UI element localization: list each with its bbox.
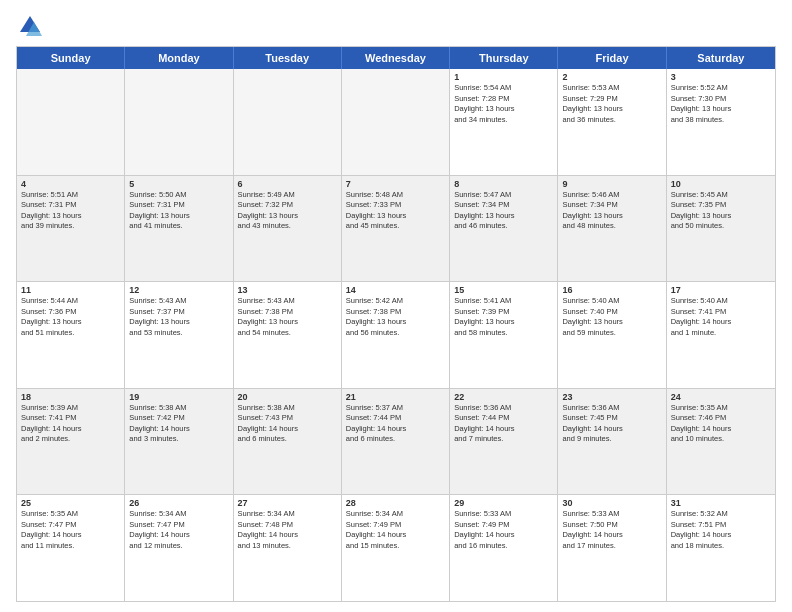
day-number: 15: [454, 285, 553, 295]
day-info: Sunrise: 5:43 AM Sunset: 7:38 PM Dayligh…: [238, 296, 337, 338]
day-number: 29: [454, 498, 553, 508]
logo-icon: [16, 12, 44, 40]
day-info: Sunrise: 5:34 AM Sunset: 7:47 PM Dayligh…: [129, 509, 228, 551]
day-cell-8: 8Sunrise: 5:47 AM Sunset: 7:34 PM Daylig…: [450, 176, 558, 282]
day-cell-6: 6Sunrise: 5:49 AM Sunset: 7:32 PM Daylig…: [234, 176, 342, 282]
day-info: Sunrise: 5:36 AM Sunset: 7:45 PM Dayligh…: [562, 403, 661, 445]
day-number: 5: [129, 179, 228, 189]
header-day-saturday: Saturday: [667, 47, 775, 69]
day-info: Sunrise: 5:45 AM Sunset: 7:35 PM Dayligh…: [671, 190, 771, 232]
day-info: Sunrise: 5:52 AM Sunset: 7:30 PM Dayligh…: [671, 83, 771, 125]
header-day-sunday: Sunday: [17, 47, 125, 69]
day-info: Sunrise: 5:32 AM Sunset: 7:51 PM Dayligh…: [671, 509, 771, 551]
day-number: 30: [562, 498, 661, 508]
day-info: Sunrise: 5:35 AM Sunset: 7:47 PM Dayligh…: [21, 509, 120, 551]
day-number: 24: [671, 392, 771, 402]
day-info: Sunrise: 5:49 AM Sunset: 7:32 PM Dayligh…: [238, 190, 337, 232]
day-cell-10: 10Sunrise: 5:45 AM Sunset: 7:35 PM Dayli…: [667, 176, 775, 282]
calendar-row-4: 25Sunrise: 5:35 AM Sunset: 7:47 PM Dayli…: [17, 495, 775, 601]
day-info: Sunrise: 5:33 AM Sunset: 7:50 PM Dayligh…: [562, 509, 661, 551]
day-number: 11: [21, 285, 120, 295]
day-info: Sunrise: 5:40 AM Sunset: 7:40 PM Dayligh…: [562, 296, 661, 338]
day-number: 9: [562, 179, 661, 189]
day-cell-12: 12Sunrise: 5:43 AM Sunset: 7:37 PM Dayli…: [125, 282, 233, 388]
day-cell-24: 24Sunrise: 5:35 AM Sunset: 7:46 PM Dayli…: [667, 389, 775, 495]
empty-cell: [342, 69, 450, 175]
day-cell-5: 5Sunrise: 5:50 AM Sunset: 7:31 PM Daylig…: [125, 176, 233, 282]
day-number: 31: [671, 498, 771, 508]
day-info: Sunrise: 5:41 AM Sunset: 7:39 PM Dayligh…: [454, 296, 553, 338]
header-day-thursday: Thursday: [450, 47, 558, 69]
day-number: 17: [671, 285, 771, 295]
day-info: Sunrise: 5:34 AM Sunset: 7:48 PM Dayligh…: [238, 509, 337, 551]
day-number: 13: [238, 285, 337, 295]
day-info: Sunrise: 5:53 AM Sunset: 7:29 PM Dayligh…: [562, 83, 661, 125]
day-info: Sunrise: 5:40 AM Sunset: 7:41 PM Dayligh…: [671, 296, 771, 338]
day-cell-1: 1Sunrise: 5:54 AM Sunset: 7:28 PM Daylig…: [450, 69, 558, 175]
day-info: Sunrise: 5:37 AM Sunset: 7:44 PM Dayligh…: [346, 403, 445, 445]
day-number: 12: [129, 285, 228, 295]
day-cell-30: 30Sunrise: 5:33 AM Sunset: 7:50 PM Dayli…: [558, 495, 666, 601]
day-cell-23: 23Sunrise: 5:36 AM Sunset: 7:45 PM Dayli…: [558, 389, 666, 495]
page: SundayMondayTuesdayWednesdayThursdayFrid…: [0, 0, 792, 612]
header-day-tuesday: Tuesday: [234, 47, 342, 69]
day-number: 14: [346, 285, 445, 295]
day-number: 16: [562, 285, 661, 295]
day-number: 8: [454, 179, 553, 189]
calendar-header: SundayMondayTuesdayWednesdayThursdayFrid…: [17, 47, 775, 69]
day-number: 1: [454, 72, 553, 82]
day-number: 2: [562, 72, 661, 82]
day-cell-17: 17Sunrise: 5:40 AM Sunset: 7:41 PM Dayli…: [667, 282, 775, 388]
empty-cell: [234, 69, 342, 175]
day-cell-7: 7Sunrise: 5:48 AM Sunset: 7:33 PM Daylig…: [342, 176, 450, 282]
day-info: Sunrise: 5:36 AM Sunset: 7:44 PM Dayligh…: [454, 403, 553, 445]
day-cell-26: 26Sunrise: 5:34 AM Sunset: 7:47 PM Dayli…: [125, 495, 233, 601]
header-day-wednesday: Wednesday: [342, 47, 450, 69]
day-cell-27: 27Sunrise: 5:34 AM Sunset: 7:48 PM Dayli…: [234, 495, 342, 601]
day-info: Sunrise: 5:43 AM Sunset: 7:37 PM Dayligh…: [129, 296, 228, 338]
calendar-row-2: 11Sunrise: 5:44 AM Sunset: 7:36 PM Dayli…: [17, 282, 775, 389]
day-cell-2: 2Sunrise: 5:53 AM Sunset: 7:29 PM Daylig…: [558, 69, 666, 175]
day-cell-31: 31Sunrise: 5:32 AM Sunset: 7:51 PM Dayli…: [667, 495, 775, 601]
day-number: 22: [454, 392, 553, 402]
day-cell-28: 28Sunrise: 5:34 AM Sunset: 7:49 PM Dayli…: [342, 495, 450, 601]
calendar: SundayMondayTuesdayWednesdayThursdayFrid…: [16, 46, 776, 602]
day-number: 20: [238, 392, 337, 402]
day-cell-13: 13Sunrise: 5:43 AM Sunset: 7:38 PM Dayli…: [234, 282, 342, 388]
day-cell-16: 16Sunrise: 5:40 AM Sunset: 7:40 PM Dayli…: [558, 282, 666, 388]
day-info: Sunrise: 5:38 AM Sunset: 7:42 PM Dayligh…: [129, 403, 228, 445]
day-number: 18: [21, 392, 120, 402]
logo: [16, 12, 48, 40]
day-info: Sunrise: 5:33 AM Sunset: 7:49 PM Dayligh…: [454, 509, 553, 551]
day-number: 7: [346, 179, 445, 189]
day-cell-29: 29Sunrise: 5:33 AM Sunset: 7:49 PM Dayli…: [450, 495, 558, 601]
calendar-row-1: 4Sunrise: 5:51 AM Sunset: 7:31 PM Daylig…: [17, 176, 775, 283]
day-cell-22: 22Sunrise: 5:36 AM Sunset: 7:44 PM Dayli…: [450, 389, 558, 495]
day-info: Sunrise: 5:34 AM Sunset: 7:49 PM Dayligh…: [346, 509, 445, 551]
empty-cell: [125, 69, 233, 175]
day-info: Sunrise: 5:54 AM Sunset: 7:28 PM Dayligh…: [454, 83, 553, 125]
day-cell-21: 21Sunrise: 5:37 AM Sunset: 7:44 PM Dayli…: [342, 389, 450, 495]
day-info: Sunrise: 5:35 AM Sunset: 7:46 PM Dayligh…: [671, 403, 771, 445]
day-info: Sunrise: 5:50 AM Sunset: 7:31 PM Dayligh…: [129, 190, 228, 232]
day-info: Sunrise: 5:48 AM Sunset: 7:33 PM Dayligh…: [346, 190, 445, 232]
day-number: 23: [562, 392, 661, 402]
header-day-monday: Monday: [125, 47, 233, 69]
day-info: Sunrise: 5:42 AM Sunset: 7:38 PM Dayligh…: [346, 296, 445, 338]
day-number: 4: [21, 179, 120, 189]
day-cell-15: 15Sunrise: 5:41 AM Sunset: 7:39 PM Dayli…: [450, 282, 558, 388]
day-info: Sunrise: 5:44 AM Sunset: 7:36 PM Dayligh…: [21, 296, 120, 338]
day-number: 3: [671, 72, 771, 82]
day-info: Sunrise: 5:47 AM Sunset: 7:34 PM Dayligh…: [454, 190, 553, 232]
header: [16, 12, 776, 40]
day-info: Sunrise: 5:39 AM Sunset: 7:41 PM Dayligh…: [21, 403, 120, 445]
day-cell-14: 14Sunrise: 5:42 AM Sunset: 7:38 PM Dayli…: [342, 282, 450, 388]
day-cell-9: 9Sunrise: 5:46 AM Sunset: 7:34 PM Daylig…: [558, 176, 666, 282]
day-number: 19: [129, 392, 228, 402]
day-cell-3: 3Sunrise: 5:52 AM Sunset: 7:30 PM Daylig…: [667, 69, 775, 175]
day-cell-25: 25Sunrise: 5:35 AM Sunset: 7:47 PM Dayli…: [17, 495, 125, 601]
day-number: 6: [238, 179, 337, 189]
day-number: 25: [21, 498, 120, 508]
day-cell-19: 19Sunrise: 5:38 AM Sunset: 7:42 PM Dayli…: [125, 389, 233, 495]
day-cell-11: 11Sunrise: 5:44 AM Sunset: 7:36 PM Dayli…: [17, 282, 125, 388]
